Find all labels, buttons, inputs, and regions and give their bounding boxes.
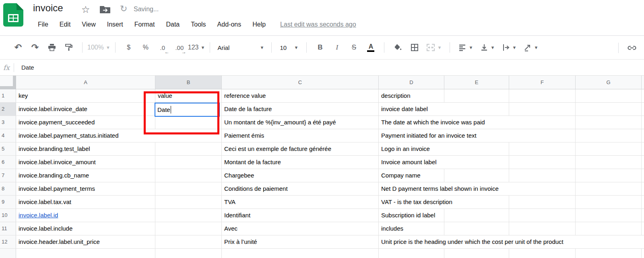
cell-B12[interactable]	[155, 235, 222, 248]
cell-G13[interactable]	[576, 249, 642, 258]
col-header-D[interactable]: D	[379, 76, 444, 89]
cell-B8[interactable]	[155, 182, 222, 195]
cell-E9[interactable]	[444, 196, 509, 208]
cell-G8[interactable]	[576, 182, 642, 195]
increase-decimal-button[interactable]: .00→	[171, 40, 188, 55]
cell-A4[interactable]: invoice.label.payment_status.initiated	[16, 129, 155, 142]
bold-button[interactable]: B	[312, 40, 328, 55]
document-title[interactable]: invoice	[33, 2, 63, 14]
text-rotation-button[interactable]: ▼	[520, 40, 542, 55]
cell-D12[interactable]: Unit price is the heading under which th…	[379, 235, 444, 248]
cell-G7[interactable]	[576, 169, 642, 182]
cell-B3[interactable]	[155, 116, 222, 129]
cell-A8[interactable]: invoice.label.payment_terms	[16, 182, 155, 195]
cell-G9[interactable]	[576, 196, 642, 208]
fill-color-button[interactable]	[389, 40, 406, 55]
cell-B10[interactable]	[155, 209, 222, 222]
cell-A6[interactable]: invoice.label.invoice_amount	[16, 156, 155, 169]
cell-A1[interactable]: key	[16, 89, 155, 102]
redo-button[interactable]: ↷	[27, 40, 43, 55]
row-header-13[interactable]	[0, 249, 16, 258]
format-currency-button[interactable]: $	[120, 40, 137, 55]
menu-insert[interactable]: Insert	[101, 19, 129, 30]
merge-cells-button[interactable]: ▼	[423, 40, 445, 55]
cell-A13[interactable]	[16, 249, 155, 258]
cell-B7[interactable]	[155, 169, 222, 182]
cell-F5[interactable]	[509, 142, 576, 155]
cell-E2[interactable]	[444, 103, 509, 116]
row-header-12[interactable]: 12	[0, 235, 16, 248]
cell-A5[interactable]: invoice.branding.test_label	[16, 142, 155, 155]
cell-F13[interactable]	[509, 249, 576, 258]
cell-D13[interactable]	[379, 249, 444, 258]
font-size-select[interactable]: 10▼	[277, 40, 301, 55]
cell-G12[interactable]	[576, 235, 642, 248]
insert-comment-button[interactable]	[640, 41, 644, 55]
cell-A7[interactable]: invoice.branding.cb_name	[16, 169, 155, 182]
cell-C8[interactable]: Conditions de paiement	[222, 182, 379, 195]
cell-C4[interactable]: Paiement émis	[222, 129, 379, 142]
menu-tools[interactable]: Tools	[185, 19, 211, 30]
strikethrough-button[interactable]: S	[345, 40, 362, 55]
cell-C5[interactable]: Ceci est un exemple de facture générée	[222, 142, 379, 155]
select-all-corner[interactable]	[0, 76, 16, 89]
row-header-6[interactable]: 6	[0, 156, 16, 169]
italic-button[interactable]: I	[328, 40, 345, 55]
cell-D9[interactable]: VAT - is the tax description	[379, 196, 444, 208]
active-cell-editor[interactable]: Date	[155, 103, 220, 117]
cell-F8[interactable]	[509, 182, 576, 195]
cell-B1[interactable]: value	[155, 89, 222, 102]
row-header-1[interactable]: 1	[0, 89, 16, 102]
cell-C6[interactable]: Montant de la facture	[222, 156, 379, 169]
row-header-11[interactable]: 11	[0, 222, 16, 235]
cell-D2[interactable]: invoice date label	[379, 103, 444, 116]
cell-B5[interactable]	[155, 142, 222, 155]
cell-D3[interactable]: The date at which the invoice was paid	[379, 116, 444, 129]
menu-view[interactable]: View	[76, 19, 101, 30]
cell-A11[interactable]: invoice.label.include	[16, 222, 155, 235]
cell-C10[interactable]: Identifiant	[222, 209, 379, 222]
row-header-5[interactable]: 5	[0, 142, 16, 155]
cell-G10[interactable]	[576, 209, 642, 222]
cell-G1[interactable]	[576, 89, 642, 102]
font-family-select[interactable]: Arial▼	[215, 40, 266, 55]
cell-E7[interactable]	[444, 169, 509, 182]
cell-G3[interactable]	[576, 116, 642, 129]
cell-E6[interactable]	[444, 156, 509, 169]
cell-C13[interactable]	[222, 249, 379, 258]
col-header-G[interactable]: G	[576, 76, 642, 89]
col-header-A[interactable]: A	[16, 76, 155, 89]
cell-C3[interactable]: Un montant de %{inv_amount} a été payé	[222, 116, 379, 129]
menu-file[interactable]: File	[32, 19, 54, 30]
menu-edit[interactable]: Edit	[54, 19, 76, 30]
row-header-2[interactable]: 2	[0, 103, 16, 116]
cell-B9[interactable]	[155, 196, 222, 208]
cell-C12[interactable]: Prix à l’unité	[222, 235, 379, 248]
cell-F4[interactable]	[509, 129, 576, 142]
cell-F1[interactable]	[509, 89, 576, 102]
col-header-F[interactable]: F	[509, 76, 576, 89]
cell-E11[interactable]	[444, 222, 509, 235]
row-header-7[interactable]: 7	[0, 169, 16, 182]
cell-F11[interactable]	[509, 222, 576, 235]
last-edit-link[interactable]: Last edit was seconds ago	[280, 21, 356, 28]
undo-button[interactable]: ↶	[10, 40, 27, 55]
menu-format[interactable]: Format	[129, 19, 161, 30]
col-header-E[interactable]: E	[444, 76, 509, 89]
cell-E5[interactable]	[444, 142, 509, 155]
cell-A2[interactable]: invoice.label.invoice_date	[16, 103, 155, 116]
cell-A10[interactable]: invoice.label.id	[16, 209, 155, 222]
row-header-4[interactable]: 4	[0, 129, 16, 142]
row-header-9[interactable]: 9	[0, 196, 16, 208]
cell-D4[interactable]: Payment initiated for an invoice text	[379, 129, 444, 142]
cell-D1[interactable]: description	[379, 89, 444, 102]
cell-E1[interactable]	[444, 89, 509, 102]
menu-add-ons[interactable]: Add-ons	[212, 19, 247, 30]
insert-link-button[interactable]	[623, 41, 640, 55]
cell-B11[interactable]	[155, 222, 222, 235]
cell-G5[interactable]	[576, 142, 642, 155]
number-format-button[interactable]: 123▼	[188, 40, 205, 55]
horizontal-align-button[interactable]: ▼	[455, 40, 477, 55]
decrease-decimal-button[interactable]: .0←	[154, 40, 171, 55]
menu-data[interactable]: Data	[160, 19, 185, 30]
